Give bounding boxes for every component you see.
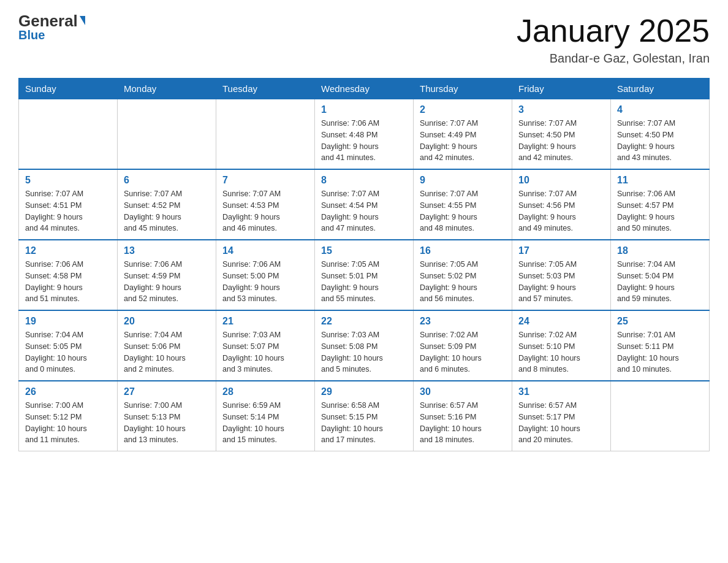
day-number: 13 — [124, 245, 210, 256]
day-of-week-header: Thursday — [414, 79, 512, 99]
calendar-cell: 30Sunrise: 6:57 AM Sunset: 5:16 PM Dayli… — [414, 381, 512, 451]
calendar-cell: 22Sunrise: 7:03 AM Sunset: 5:08 PM Dayli… — [315, 310, 414, 381]
day-info: Sunrise: 7:02 AM Sunset: 5:10 PM Dayligh… — [518, 329, 604, 375]
day-info: Sunrise: 6:58 AM Sunset: 5:15 PM Dayligh… — [321, 400, 407, 446]
day-number: 5 — [25, 175, 111, 186]
title-area: January 2025 Bandar-e Gaz, Golestan, Ira… — [517, 12, 710, 66]
day-number: 3 — [518, 104, 604, 115]
day-number: 12 — [25, 245, 111, 256]
calendar-week-row: 5Sunrise: 7:07 AM Sunset: 4:51 PM Daylig… — [19, 169, 710, 240]
calendar-cell: 27Sunrise: 7:00 AM Sunset: 5:13 PM Dayli… — [118, 381, 216, 451]
days-of-week-row: SundayMondayTuesdayWednesdayThursdayFrid… — [19, 79, 710, 99]
calendar-cell: 1Sunrise: 7:06 AM Sunset: 4:48 PM Daylig… — [315, 99, 414, 170]
day-info: Sunrise: 6:57 AM Sunset: 5:17 PM Dayligh… — [518, 400, 604, 446]
day-of-week-header: Sunday — [19, 79, 118, 99]
day-info: Sunrise: 7:06 AM Sunset: 4:58 PM Dayligh… — [25, 259, 111, 305]
day-info: Sunrise: 7:03 AM Sunset: 5:08 PM Dayligh… — [321, 329, 407, 375]
logo-top-text: General — [18, 12, 85, 30]
calendar-cell — [216, 99, 315, 170]
day-number: 20 — [124, 316, 210, 327]
day-info: Sunrise: 7:01 AM Sunset: 5:11 PM Dayligh… — [617, 329, 703, 375]
day-info: Sunrise: 7:07 AM Sunset: 4:55 PM Dayligh… — [420, 188, 506, 234]
calendar-cell: 23Sunrise: 7:02 AM Sunset: 5:09 PM Dayli… — [414, 310, 512, 381]
calendar-cell: 25Sunrise: 7:01 AM Sunset: 5:11 PM Dayli… — [611, 310, 710, 381]
day-info: Sunrise: 7:07 AM Sunset: 4:50 PM Dayligh… — [518, 118, 604, 164]
logo: General Blue — [18, 12, 85, 41]
day-number: 16 — [420, 245, 506, 256]
day-info: Sunrise: 7:07 AM Sunset: 4:49 PM Dayligh… — [420, 118, 506, 164]
calendar-title: January 2025 — [517, 12, 710, 49]
day-number: 15 — [321, 245, 407, 256]
day-info: Sunrise: 7:02 AM Sunset: 5:09 PM Dayligh… — [420, 329, 506, 375]
calendar-cell: 5Sunrise: 7:07 AM Sunset: 4:51 PM Daylig… — [19, 169, 118, 240]
day-info: Sunrise: 7:04 AM Sunset: 5:04 PM Dayligh… — [617, 259, 703, 305]
calendar-cell: 12Sunrise: 7:06 AM Sunset: 4:58 PM Dayli… — [19, 240, 118, 310]
calendar-cell: 18Sunrise: 7:04 AM Sunset: 5:04 PM Dayli… — [611, 240, 710, 310]
calendar-subtitle: Bandar-e Gaz, Golestan, Iran — [517, 52, 710, 66]
day-number: 8 — [321, 175, 407, 186]
day-number: 22 — [321, 316, 407, 327]
calendar-cell: 26Sunrise: 7:00 AM Sunset: 5:12 PM Dayli… — [19, 381, 118, 451]
day-number: 6 — [124, 175, 210, 186]
calendar-table: SundayMondayTuesdayWednesdayThursdayFrid… — [18, 78, 710, 451]
page-header: General Blue January 2025 Bandar-e Gaz, … — [18, 12, 710, 66]
calendar-cell: 10Sunrise: 7:07 AM Sunset: 4:56 PM Dayli… — [512, 169, 611, 240]
day-number: 26 — [25, 386, 111, 397]
day-info: Sunrise: 7:07 AM Sunset: 4:53 PM Dayligh… — [222, 188, 308, 234]
day-of-week-header: Saturday — [611, 79, 710, 99]
calendar-cell: 21Sunrise: 7:03 AM Sunset: 5:07 PM Dayli… — [216, 310, 315, 381]
day-of-week-header: Monday — [118, 79, 216, 99]
calendar-cell: 13Sunrise: 7:06 AM Sunset: 4:59 PM Dayli… — [118, 240, 216, 310]
day-of-week-header: Tuesday — [216, 79, 315, 99]
day-number: 31 — [518, 386, 604, 397]
day-info: Sunrise: 7:04 AM Sunset: 5:05 PM Dayligh… — [25, 329, 111, 375]
day-info: Sunrise: 7:07 AM Sunset: 4:51 PM Dayligh… — [25, 188, 111, 234]
calendar-cell: 29Sunrise: 6:58 AM Sunset: 5:15 PM Dayli… — [315, 381, 414, 451]
day-number: 17 — [518, 245, 604, 256]
calendar-body: 1Sunrise: 7:06 AM Sunset: 4:48 PM Daylig… — [19, 99, 710, 451]
day-info: Sunrise: 6:59 AM Sunset: 5:14 PM Dayligh… — [222, 400, 308, 446]
day-number: 4 — [617, 104, 703, 115]
calendar-cell: 9Sunrise: 7:07 AM Sunset: 4:55 PM Daylig… — [414, 169, 512, 240]
calendar-week-row: 19Sunrise: 7:04 AM Sunset: 5:05 PM Dayli… — [19, 310, 710, 381]
day-number: 25 — [617, 316, 703, 327]
calendar-cell: 15Sunrise: 7:05 AM Sunset: 5:01 PM Dayli… — [315, 240, 414, 310]
day-number: 9 — [420, 175, 506, 186]
day-number: 29 — [321, 386, 407, 397]
calendar-cell: 6Sunrise: 7:07 AM Sunset: 4:52 PM Daylig… — [118, 169, 216, 240]
logo-blue-text: Blue — [18, 29, 85, 41]
day-info: Sunrise: 7:00 AM Sunset: 5:13 PM Dayligh… — [124, 400, 210, 446]
day-number: 23 — [420, 316, 506, 327]
day-number: 18 — [617, 245, 703, 256]
calendar-cell: 20Sunrise: 7:04 AM Sunset: 5:06 PM Dayli… — [118, 310, 216, 381]
calendar-cell: 4Sunrise: 7:07 AM Sunset: 4:50 PM Daylig… — [611, 99, 710, 170]
calendar-week-row: 1Sunrise: 7:06 AM Sunset: 4:48 PM Daylig… — [19, 99, 710, 170]
day-info: Sunrise: 6:57 AM Sunset: 5:16 PM Dayligh… — [420, 400, 506, 446]
day-info: Sunrise: 7:00 AM Sunset: 5:12 PM Dayligh… — [25, 400, 111, 446]
calendar-cell: 2Sunrise: 7:07 AM Sunset: 4:49 PM Daylig… — [414, 99, 512, 170]
day-number: 28 — [222, 386, 308, 397]
day-number: 14 — [222, 245, 308, 256]
day-number: 1 — [321, 104, 407, 115]
day-info: Sunrise: 7:05 AM Sunset: 5:03 PM Dayligh… — [518, 259, 604, 305]
calendar-cell: 17Sunrise: 7:05 AM Sunset: 5:03 PM Dayli… — [512, 240, 611, 310]
calendar-cell: 28Sunrise: 6:59 AM Sunset: 5:14 PM Dayli… — [216, 381, 315, 451]
calendar-cell: 16Sunrise: 7:05 AM Sunset: 5:02 PM Dayli… — [414, 240, 512, 310]
day-number: 19 — [25, 316, 111, 327]
calendar-cell: 3Sunrise: 7:07 AM Sunset: 4:50 PM Daylig… — [512, 99, 611, 170]
calendar-cell: 7Sunrise: 7:07 AM Sunset: 4:53 PM Daylig… — [216, 169, 315, 240]
calendar-cell — [19, 99, 118, 170]
day-info: Sunrise: 7:07 AM Sunset: 4:50 PM Dayligh… — [617, 118, 703, 164]
day-number: 21 — [222, 316, 308, 327]
day-number: 10 — [518, 175, 604, 186]
day-number: 2 — [420, 104, 506, 115]
day-of-week-header: Wednesday — [315, 79, 414, 99]
day-number: 11 — [617, 175, 703, 186]
calendar-week-row: 12Sunrise: 7:06 AM Sunset: 4:58 PM Dayli… — [19, 240, 710, 310]
logo-general-text: General — [18, 12, 78, 30]
day-info: Sunrise: 7:07 AM Sunset: 4:54 PM Dayligh… — [321, 188, 407, 234]
logo-triangle-icon — [80, 16, 85, 25]
day-number: 7 — [222, 175, 308, 186]
day-info: Sunrise: 7:06 AM Sunset: 4:48 PM Dayligh… — [321, 118, 407, 164]
calendar-cell: 24Sunrise: 7:02 AM Sunset: 5:10 PM Dayli… — [512, 310, 611, 381]
